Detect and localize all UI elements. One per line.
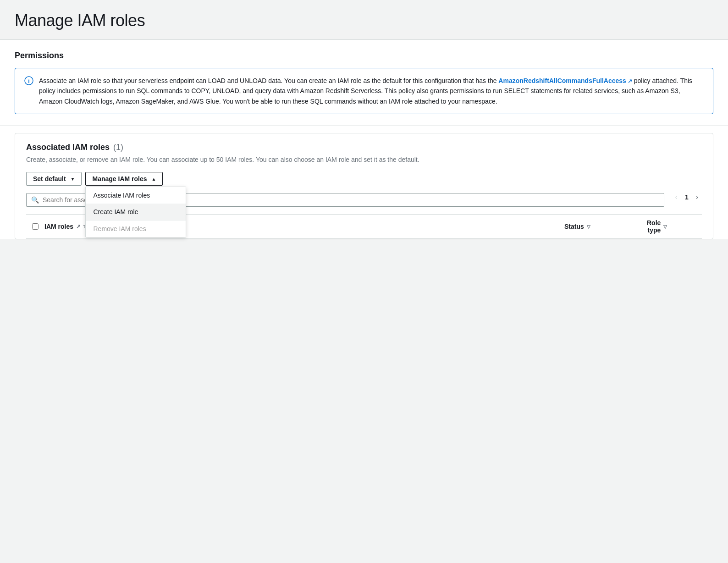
permissions-section: Permissions i Associate an IAM role so t… [0,40,728,126]
associated-count: (1) [113,143,123,152]
associated-roles-section: Associated IAM roles (1) Create, associa… [15,133,713,239]
iam-roles-ext-link-icon: ↗ [76,223,81,230]
role-type-header-label: Roletype [647,219,661,234]
amazon-redshift-link[interactable]: AmazonRedshiftAllCommandsFullAccess↗ [498,77,632,84]
associated-description: Create, associate, or remove an IAM role… [26,155,702,165]
iam-roles-header-label: IAM roles [44,223,73,230]
page-header: Manage IAM roles [0,0,728,40]
manage-label: Manage IAM roles [92,175,147,182]
associated-header: Associated IAM roles (1) [26,143,702,152]
remove-iam-roles-item: Remove IAM roles [86,221,186,237]
set-default-button[interactable]: Set default ▼ [26,172,82,186]
prev-page-button[interactable]: ‹ [672,191,681,203]
page-content: Permissions i Associate an IAM role so t… [0,40,728,239]
toolbar: Set default ▼ Manage IAM roles ▲ Associa… [26,172,702,186]
status-sort-icon[interactable]: ▽ [587,224,590,229]
set-default-arrow-icon: ▼ [71,177,75,182]
associate-iam-roles-item[interactable]: Associate IAM roles [86,187,186,204]
permissions-title: Permissions [15,51,713,61]
next-page-button[interactable]: › [692,191,702,203]
external-link-icon: ↗ [628,77,632,86]
info-box: i Associate an IAM role so that your ser… [15,68,713,114]
page-number: 1 [685,193,689,201]
pagination: ‹ 1 › [664,191,702,209]
create-iam-role-item[interactable]: Create IAM role [86,204,186,220]
role-type-sort-icon[interactable]: ▽ [663,224,667,229]
info-text-before: Associate an IAM role so that your serve… [39,77,498,84]
status-header-label: Status [564,223,584,230]
manage-iam-roles-button[interactable]: Manage IAM roles ▲ [85,172,163,186]
table-col-status: Status ▽ [564,223,647,230]
select-all-checkbox[interactable] [32,223,39,230]
associated-title: Associated IAM roles [26,143,110,152]
info-icon: i [24,76,33,85]
set-default-label: Set default [33,175,66,182]
table-col-role-type: Roletype ▽ [647,219,702,234]
info-description: Associate an IAM role so that your serve… [39,76,704,106]
svg-text:i: i [28,77,30,84]
table-col-checkbox [26,223,44,230]
manage-dropdown-menu: Associate IAM roles Create IAM role Remo… [85,187,186,237]
manage-dropdown-wrapper: Manage IAM roles ▲ Associate IAM roles C… [85,172,163,186]
page-title: Manage IAM roles [15,11,713,30]
manage-arrow-icon: ▲ [152,177,156,182]
search-icon: 🔍 [31,196,39,204]
